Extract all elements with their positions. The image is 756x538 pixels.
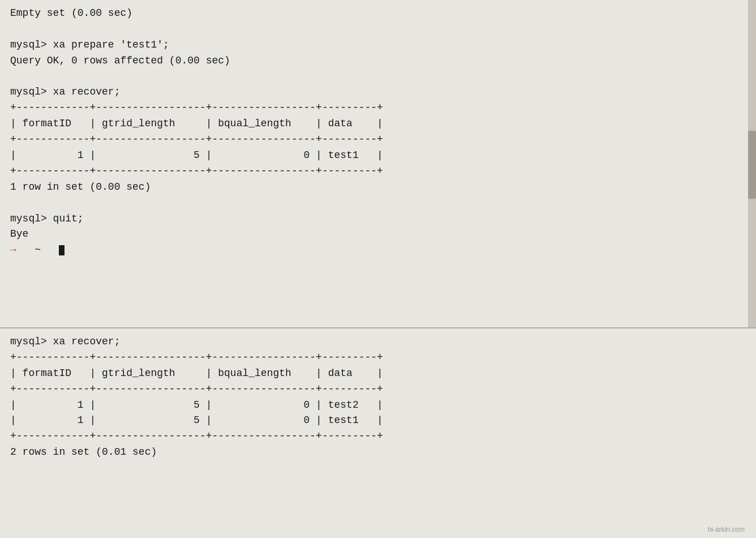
scrollbar-thumb[interactable] [748, 131, 756, 199]
bottom-terminal-panel: mysql> xa recover; +------------+-------… [0, 328, 756, 538]
arrow-indicator: → [10, 244, 16, 255]
bottom-terminal-content: mysql> xa recover; +------------+-------… [10, 334, 746, 460]
scrollbar[interactable] [748, 0, 756, 327]
terminal-cursor [59, 245, 65, 255]
top-terminal-content: Empty set (0.00 sec) mysql> xa prepare '… [10, 6, 746, 258]
watermark: hi-arkin.com [708, 526, 745, 533]
top-terminal-panel: Empty set (0.00 sec) mysql> xa prepare '… [0, 0, 756, 328]
